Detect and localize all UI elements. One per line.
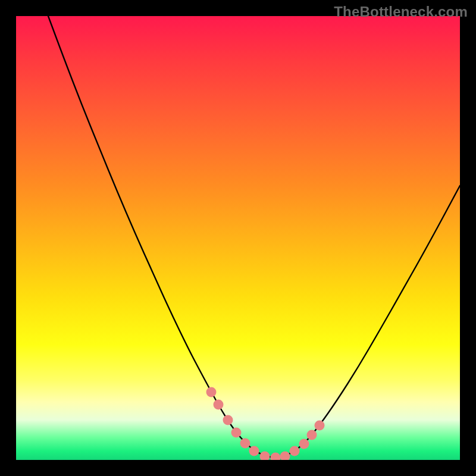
sweet-spot-marker <box>299 439 309 449</box>
sweet-spot-markers <box>206 387 325 461</box>
sweet-spot-marker <box>260 452 270 461</box>
chart-frame: TheBottleneck.com <box>0 0 476 476</box>
sweet-spot-marker <box>315 421 325 431</box>
sweet-spot-marker <box>223 415 233 425</box>
sweet-spot-marker <box>280 452 290 461</box>
sweet-spot-marker <box>240 439 250 449</box>
plot-area <box>16 16 460 460</box>
watermark-text: TheBottleneck.com <box>334 4 468 20</box>
sweet-spot-marker <box>307 430 317 440</box>
sweet-spot-marker <box>231 428 242 438</box>
bottleneck-curve <box>48 16 460 458</box>
chart-svg <box>16 16 460 460</box>
sweet-spot-marker <box>290 446 300 456</box>
sweet-spot-marker <box>214 400 224 410</box>
sweet-spot-marker <box>271 453 281 461</box>
sweet-spot-marker <box>249 446 259 456</box>
sweet-spot-marker <box>206 387 217 397</box>
